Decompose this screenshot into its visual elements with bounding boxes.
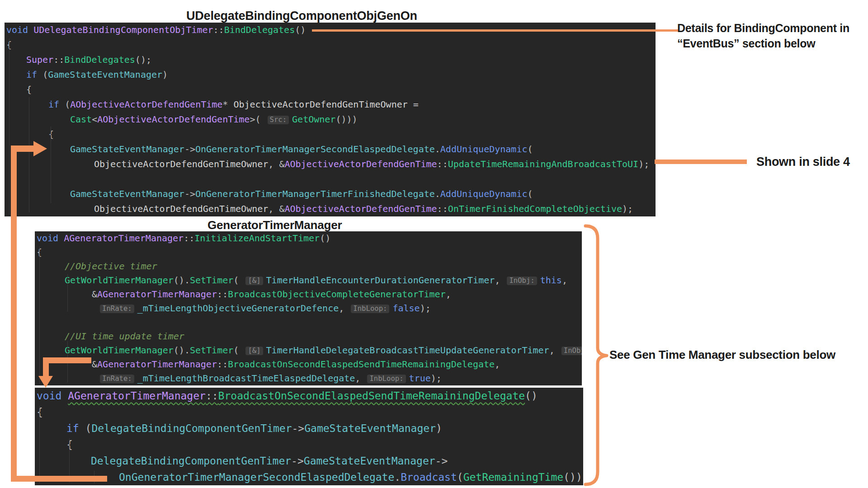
indent-guide (51, 127, 51, 203)
code-line: //UI time update timer (35, 329, 582, 343)
block2-title: GeneratorTimerManager (208, 218, 342, 232)
inline-parameter-hint: InbLoop: (367, 375, 406, 383)
inline-parameter-hint: [&] (245, 277, 263, 285)
code-line: OnGeneratorTimerManagerSecondElaspedDele… (35, 469, 583, 485)
code-line: &AGeneratorTimerManager::BroadcastObject… (35, 287, 582, 301)
code-line (35, 315, 582, 329)
code-line: GameStateEventManager->OnGeneratorTimerM… (5, 187, 656, 202)
code-line: GameStateEventManager->OnGeneratorTimerM… (5, 142, 656, 157)
inline-parameter-hint: InRate: (100, 375, 134, 383)
code-line (5, 172, 656, 187)
inline-parameter-hint: InObj: (561, 347, 582, 355)
code-line: //Objective timer (35, 259, 582, 273)
indent-guide (67, 274, 68, 312)
code-line: ObjectiveActorDefendGenTimeOwner, &AObje… (5, 157, 656, 172)
slide-canvas: UDelegateBindingComponentObjGenOn Genera… (0, 0, 868, 488)
indent-guide (39, 246, 40, 384)
code-line: Cast<AObjectiveActorDefendGenTime>( Src:… (5, 112, 656, 127)
inline-parameter-hint: InObj: (507, 277, 537, 285)
code-line: { (5, 127, 656, 142)
indent-guide (9, 38, 9, 215)
code-line: ObjectiveActorDefendGenTimeOwner, &AObje… (5, 202, 656, 216)
block1-title: UDelegateBindingComponentObjGenOn (186, 9, 417, 23)
indent-guide (39, 406, 40, 483)
code-line: if (DelegateBindingComponentGenTimer->Ga… (35, 420, 583, 436)
broadcast-arrow-vertical-segment (11, 146, 17, 482)
code-line: { (5, 38, 656, 52)
note-binding-component-line2: “EventBus” section below (677, 37, 815, 50)
code-line: Super::BindDelegates(); (5, 52, 656, 67)
callback-arrow-vertical-segment (43, 357, 49, 378)
indent-guide (29, 97, 29, 212)
code-line: void AGeneratorTimerManager::BroadcastOn… (35, 388, 583, 404)
inline-parameter-hint: InRate: (100, 305, 134, 313)
note-binding-component-line1: Details for BindingComponent in (677, 22, 849, 35)
code-line: GetWorldTimerManager().SetTimer( [&]Time… (35, 273, 582, 287)
code-line: { (35, 245, 582, 259)
note-shown-in-slide4: Shown in slide 4 (756, 155, 850, 169)
code-line: { (35, 404, 583, 420)
inline-parameter-hint: [&] (245, 347, 263, 355)
code-line: void AGeneratorTimerManager::InitializeA… (35, 231, 582, 245)
code-block-generator-timer-manager-initialize: void AGeneratorTimerManager::InitializeA… (35, 231, 582, 385)
broadcast-arrow-right-head-icon (33, 141, 47, 156)
connector-line-bind-delegates (312, 29, 679, 32)
connector-line-slide4 (655, 160, 747, 164)
broadcast-arrow-bottom-segment (11, 476, 107, 482)
inline-parameter-hint: Src: (268, 116, 289, 124)
callback-arrow-horizontal-segment (44, 357, 91, 363)
inline-parameter-hint: InbLoop: (351, 305, 389, 313)
code-line: DelegateBindingComponentGenTimer->GameSt… (35, 453, 583, 469)
callback-arrow-down-head-icon (38, 376, 53, 388)
code-block-generator-timer-manager-broadcast: void AGeneratorTimerManager::BroadcastOn… (35, 388, 583, 485)
note-gen-time-manager: See Gen Time Manager subsection below (609, 348, 835, 362)
code-block-binding-component-bind-delegates: void UDelegateBindingComponentObjTimer::… (5, 23, 656, 216)
code-line: GetWorldTimerManager().SetTimer( [&]Time… (35, 343, 582, 357)
code-line: &AGeneratorTimerManager::BroadcastOnSeco… (35, 357, 582, 371)
code-line: InRate:_mTimeLengthBroadcastTimeElaspedD… (35, 371, 582, 385)
code-line: { (35, 436, 583, 453)
code-line: { (5, 82, 656, 97)
code-line: if (AObjectiveActorDefendGenTime* Object… (5, 97, 656, 112)
code-line: if (GameStateEventManager) (5, 67, 656, 82)
code-line: InRate:_mTimeLengthObjectiveGeneratorDef… (35, 301, 582, 315)
